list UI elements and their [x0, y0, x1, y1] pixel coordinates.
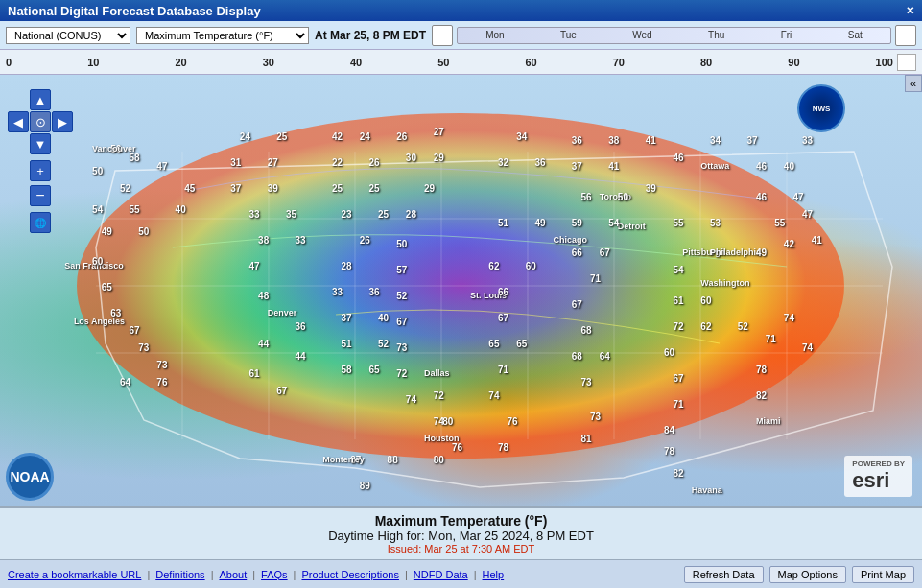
nws-logo: NWS: [797, 84, 845, 132]
zoom-out-button[interactable]: −: [30, 185, 51, 206]
timeline-next-button[interactable]: ▶: [895, 25, 916, 46]
temp-label: 37: [230, 183, 241, 194]
bottom-toolbar: Create a bookmarkable URL | Definitions …: [0, 559, 922, 588]
pan-center-button[interactable]: ⊙: [30, 111, 51, 132]
definitions-link[interactable]: Definitions: [155, 569, 204, 580]
temp-label: 32: [498, 157, 508, 168]
temp-label: 73: [396, 342, 407, 353]
temp-label: 60: [700, 295, 711, 306]
scale-tick-0: 0: [6, 57, 12, 68]
temp-label: 65: [488, 339, 499, 349]
temp-label: 71: [590, 273, 601, 284]
faqs-link[interactable]: FAQs: [261, 569, 288, 580]
bookmarkable-url-link[interactable]: Create a bookmarkable URL: [8, 569, 141, 580]
pan-down-button[interactable]: ▼: [30, 133, 51, 154]
temp-label: 25: [276, 131, 287, 142]
close-button[interactable]: ✕: [906, 5, 914, 17]
temp-label: 47: [802, 209, 813, 220]
city-label: Chicago: [554, 235, 588, 245]
zoom-in-button[interactable]: +: [30, 160, 51, 181]
temp-label: 24: [360, 131, 370, 142]
temp-label: 46: [756, 161, 767, 172]
scale-tick-50: 50: [437, 57, 449, 68]
temp-label: 30: [406, 153, 416, 163]
temp-label: 74: [784, 313, 794, 323]
temp-label: 60: [526, 261, 536, 271]
city-label: Detroit: [618, 222, 646, 231]
city-label: Denver: [268, 308, 297, 318]
collapse-panel-button[interactable]: «: [905, 75, 922, 92]
temp-label: 51: [498, 218, 508, 228]
temp-label: 64: [120, 377, 130, 388]
temp-label: 33: [296, 235, 306, 246]
region-select[interactable]: National (CONUS) Alaska Hawaii Puerto Ri…: [6, 27, 130, 44]
temp-label: 51: [342, 339, 352, 349]
app-title: National Digital Forecast Database Displ…: [8, 4, 261, 18]
temp-label: 52: [396, 291, 407, 301]
timeline-track[interactable]: MonTueWedThuFriSat: [457, 27, 891, 44]
temp-label: 45: [184, 183, 195, 194]
separator-3: |: [252, 569, 255, 580]
scale-tick-20: 20: [175, 57, 186, 68]
temp-label: 47: [248, 261, 259, 271]
temp-label: 46: [674, 153, 684, 163]
temp-label: 78: [498, 442, 508, 453]
temp-label: 57: [396, 265, 407, 275]
separator-5: |: [405, 569, 408, 580]
temp-label: 28: [406, 209, 416, 220]
temp-label: 39: [268, 183, 278, 194]
esri-logo: POWERED BY esri: [844, 456, 912, 497]
ndfd-data-link[interactable]: NDFD Data: [414, 569, 468, 580]
temp-label: 52: [120, 183, 130, 194]
esri-powered-by: POWERED BY: [852, 459, 905, 468]
temp-label: 72: [396, 368, 407, 379]
globe-button[interactable]: 🌐: [30, 212, 51, 233]
temp-label: 25: [378, 209, 389, 220]
temp-label: 67: [396, 317, 407, 327]
temp-label: 40: [784, 161, 794, 172]
temp-label: 76: [156, 377, 167, 388]
temp-label: 71: [766, 334, 776, 344]
temp-label: 41: [608, 161, 619, 172]
temp-label: 74: [802, 342, 813, 353]
pan-right-button[interactable]: ▶: [52, 111, 73, 132]
temp-label: 54: [674, 265, 684, 275]
temp-label: 33: [332, 287, 343, 297]
scale-tick-80: 80: [700, 57, 712, 68]
help-link[interactable]: Help: [483, 569, 505, 580]
scale-wrapper: 0 10 20 30 40 50 60 70 80 90 100: [6, 57, 893, 68]
temp-label: 73: [138, 342, 149, 353]
about-link[interactable]: About: [219, 569, 247, 580]
temp-label: 29: [434, 153, 444, 163]
scale-tick-40: 40: [350, 57, 362, 68]
separator-2: |: [211, 569, 214, 580]
product-descriptions-link[interactable]: Product Descriptions: [301, 569, 399, 580]
temp-label: 59: [572, 218, 582, 228]
temp-label: 37: [746, 135, 757, 146]
temp-label: 31: [230, 157, 241, 168]
temp-label: 55: [130, 204, 140, 215]
temp-label: 50: [138, 226, 149, 237]
temp-label: 24: [240, 131, 250, 142]
temp-label: 40: [378, 313, 389, 323]
city-label: Vancouver: [92, 144, 136, 153]
temp-label: 25: [368, 183, 379, 194]
city-label: Ottawa: [700, 161, 729, 171]
timeline-container: ◀ MonTueWedThuFriSat ▶: [432, 25, 916, 46]
temp-label: 72: [674, 321, 684, 332]
timeline-prev-button[interactable]: ◀: [432, 25, 453, 46]
temp-label: 67: [572, 299, 582, 310]
city-label: Havana: [692, 485, 722, 495]
print-map-button[interactable]: Print Map: [852, 566, 914, 583]
city-label: Miami: [756, 416, 781, 426]
variable-select[interactable]: Maximum Temperature (°F) Minimum Tempera…: [136, 27, 309, 44]
temp-label: 26: [360, 235, 370, 246]
refresh-data-button[interactable]: Refresh Data: [684, 566, 764, 583]
pan-up-button[interactable]: ▲: [30, 89, 51, 110]
temp-label: 47: [792, 192, 803, 202]
map-container[interactable]: 56 50 58 52 Vancouver 47 45 40 54 55 San…: [0, 75, 922, 506]
pan-left-button[interactable]: ◀: [8, 111, 29, 132]
map-options-button[interactable]: Map Options: [769, 566, 846, 583]
separator-6: |: [474, 569, 477, 580]
temp-label: 80: [434, 455, 444, 465]
